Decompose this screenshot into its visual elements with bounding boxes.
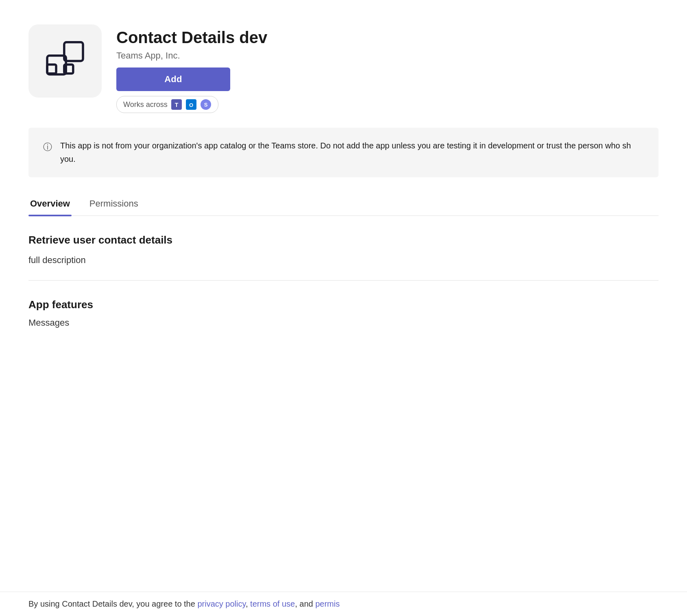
add-button[interactable]: Add — [116, 67, 230, 91]
sharepoint-platform-icon: S — [200, 99, 212, 110]
app-header: Contact Details dev Teams App, Inc. Add … — [28, 24, 659, 113]
app-logo-icon — [43, 39, 87, 83]
svg-text:T: T — [174, 102, 178, 108]
works-across-label: Works across — [123, 100, 168, 109]
messages-label: Messages — [28, 318, 659, 328]
svg-text:O: O — [189, 102, 193, 108]
outlook-platform-icon: O — [185, 99, 197, 110]
warning-banner: ⓘ This app is not from your organization… — [28, 128, 659, 177]
svg-rect-2 — [47, 65, 56, 74]
overview-section: Retrieve user contact details full descr… — [28, 216, 659, 280]
warning-text: This app is not from your organization's… — [60, 139, 644, 166]
main-container: Contact Details dev Teams App, Inc. Add … — [0, 0, 687, 328]
info-icon: ⓘ — [43, 140, 52, 154]
footer: By using Contact Details dev, you agree … — [0, 592, 687, 616]
tab-permissions[interactable]: Permissions — [88, 192, 140, 215]
footer-sep2: , and — [295, 599, 315, 608]
app-features-section: App features Messages — [28, 281, 659, 328]
description-title: Retrieve user contact details — [28, 234, 659, 246]
terms-of-use-link[interactable]: terms of use — [250, 599, 295, 608]
footer-text-before: By using Contact Details dev, you agree … — [28, 599, 197, 608]
app-publisher: Teams App, Inc. — [116, 50, 267, 61]
works-across-badge: Works across T O — [116, 96, 218, 113]
privacy-policy-link[interactable]: privacy policy — [197, 599, 246, 608]
app-features-title: App features — [28, 298, 659, 311]
app-icon-wrapper — [28, 24, 102, 98]
svg-text:S: S — [204, 102, 207, 108]
permissions-link[interactable]: permis — [315, 599, 340, 608]
footer-sep1: , — [246, 599, 250, 608]
description-text: full description — [28, 253, 659, 267]
teams-platform-icon: T — [171, 99, 182, 110]
tabs-container: Overview Permissions — [28, 192, 659, 216]
app-info: Contact Details dev Teams App, Inc. Add … — [116, 24, 267, 113]
tab-overview[interactable]: Overview — [28, 192, 72, 215]
app-title: Contact Details dev — [116, 28, 267, 47]
